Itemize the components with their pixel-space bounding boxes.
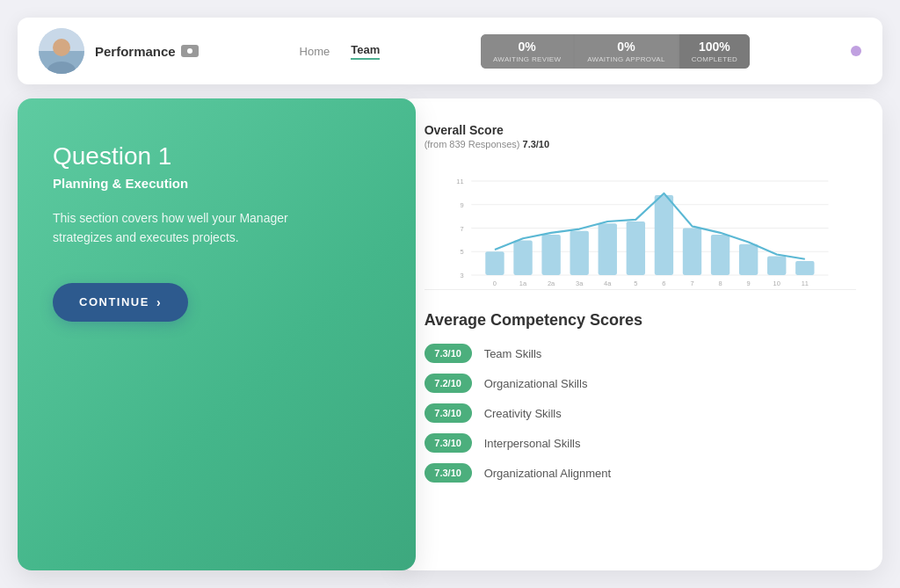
competency-badge-0: 7.3/10 <box>425 344 472 363</box>
competency-badge-2: 7.3/10 <box>425 403 472 423</box>
stat-awaiting-approval: 0% Awaiting Approval <box>575 34 677 69</box>
left-panel: Question 1 Planning & Execution This sec… <box>18 98 416 570</box>
svg-text:4a: 4a <box>604 279 612 287</box>
list-item: 7.3/10 Team Skills <box>425 344 856 363</box>
overall-score-sub: (from 839 Responses) 7.3/10 <box>425 139 856 149</box>
avatar <box>39 28 84 74</box>
competency-badge-4: 7.3/10 <box>425 463 472 483</box>
svg-text:5: 5 <box>460 248 463 256</box>
svg-rect-22 <box>711 235 729 275</box>
competency-name-2: Creativity Skills <box>484 407 562 420</box>
svg-text:3: 3 <box>460 272 463 279</box>
svg-text:11: 11 <box>801 279 808 287</box>
competency-title: Average Competency Scores <box>425 311 856 330</box>
stat-percent-2: 100% <box>692 40 738 54</box>
top-nav: Home Team <box>300 43 381 60</box>
svg-text:0: 0 <box>493 279 497 287</box>
svg-text:9: 9 <box>746 279 750 287</box>
right-panel: Overall Score (from 839 Responses) 7.3/1… <box>398 98 882 570</box>
stat-percent-0: 0% <box>493 40 561 54</box>
svg-rect-14 <box>485 251 504 275</box>
svg-text:8: 8 <box>718 279 722 287</box>
svg-rect-24 <box>767 257 786 275</box>
continue-button[interactable]: CONTINUE › <box>53 283 188 322</box>
svg-text:5: 5 <box>634 279 637 287</box>
svg-rect-15 <box>513 240 532 275</box>
svg-text:9: 9 <box>460 201 463 209</box>
competency-name-3: Interpersonal Skills <box>484 437 581 450</box>
competency-name-4: Organizational Alignment <box>484 467 612 480</box>
stat-label-0: Awaiting Review <box>493 55 561 63</box>
question-number: Question 1 <box>53 142 381 171</box>
performance-icon <box>181 45 199 57</box>
avatar-svg <box>39 28 84 74</box>
svg-rect-18 <box>598 223 616 275</box>
competency-name-1: Organizational Skills <box>484 377 588 390</box>
svg-rect-17 <box>570 231 588 275</box>
performance-label: Performance <box>95 44 199 59</box>
question-description: This section covers how well your Manage… <box>53 208 299 248</box>
stats-row: 0% Awaiting Review 0% Awaiting Approval … <box>481 34 750 69</box>
list-item: 7.3/10 Organizational Alignment <box>425 463 856 483</box>
svg-text:3a: 3a <box>576 279 584 287</box>
nav-home[interactable]: Home <box>300 45 330 58</box>
svg-text:1a: 1a <box>519 279 527 287</box>
svg-point-2 <box>53 39 70 56</box>
svg-rect-16 <box>541 235 560 275</box>
continue-arrow-icon: › <box>156 295 162 309</box>
svg-rect-23 <box>739 244 758 275</box>
svg-rect-21 <box>682 229 700 275</box>
list-item: 7.3/10 Interpersonal Skills <box>425 433 856 453</box>
list-item: 7.3/10 Creativity Skills <box>425 403 856 423</box>
svg-rect-25 <box>795 261 814 275</box>
continue-label: CONTINUE <box>79 295 149 309</box>
top-card-left: Performance <box>39 28 199 74</box>
svg-rect-20 <box>654 195 672 275</box>
overall-score-title: Overall Score <box>425 123 856 137</box>
overall-score-from: (from 839 Responses) <box>425 139 523 149</box>
overall-score-value: 7.3/10 <box>523 139 550 149</box>
stat-completed: 100% Completed <box>679 34 751 69</box>
performance-text: Performance <box>95 44 176 59</box>
svg-text:7: 7 <box>460 225 463 233</box>
nav-team[interactable]: Team <box>351 43 380 60</box>
top-card: Performance Home Team 0% Awaiting Review… <box>18 18 882 84</box>
svg-rect-19 <box>626 221 644 275</box>
competency-list: 7.3/10 Team Skills 7.2/10 Organizational… <box>425 344 856 483</box>
stat-label-1: Awaiting Approval <box>587 55 664 63</box>
svg-text:7: 7 <box>690 279 693 287</box>
nav-dot <box>851 46 861 56</box>
competency-name-0: Team Skills <box>484 347 542 360</box>
list-item: 7.2/10 Organizational Skills <box>425 374 856 393</box>
stat-awaiting-review: 0% Awaiting Review <box>481 34 573 69</box>
stat-percent-1: 0% <box>587 40 664 54</box>
performance-icon-dot <box>187 48 192 54</box>
svg-text:2a: 2a <box>548 279 555 287</box>
competency-badge-1: 7.2/10 <box>425 374 472 393</box>
main-wrapper: Performance Home Team 0% Awaiting Review… <box>18 18 882 570</box>
svg-text:6: 6 <box>662 279 665 287</box>
content-area: Question 1 Planning & Execution This sec… <box>18 98 882 570</box>
stat-label-2: Completed <box>692 55 738 63</box>
chart-container: 11 9 7 5 3 <box>425 167 856 290</box>
score-chart: 11 9 7 5 3 <box>425 167 856 289</box>
svg-text:10: 10 <box>773 279 780 287</box>
svg-text:11: 11 <box>456 178 463 185</box>
question-category: Planning & Execution <box>53 176 381 191</box>
competency-badge-3: 7.3/10 <box>425 433 472 453</box>
